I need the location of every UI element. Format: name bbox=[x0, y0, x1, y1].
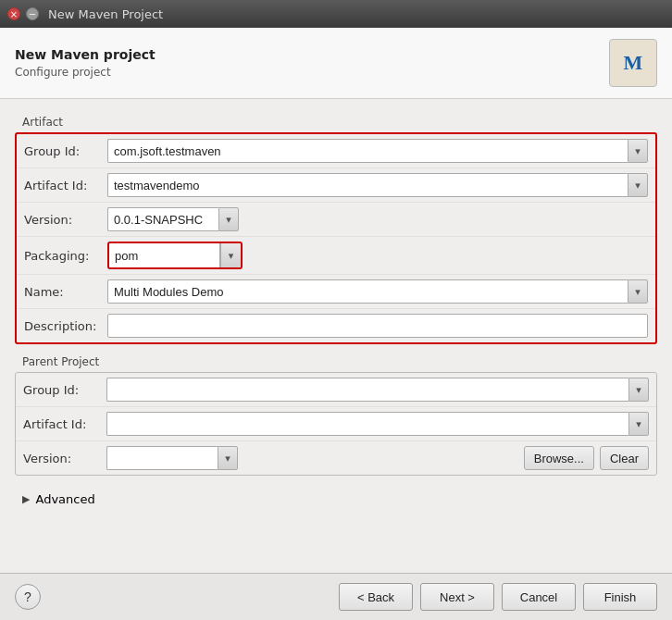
version-row: Version: bbox=[17, 203, 655, 237]
description-label: Description: bbox=[24, 319, 107, 333]
back-button[interactable]: < Back bbox=[339, 583, 413, 611]
version-combo bbox=[107, 207, 239, 231]
dialog-content: Artifact Group Id: Artifact Id: bbox=[0, 99, 672, 573]
page-title: New Maven project bbox=[15, 47, 156, 62]
page-subtitle: Configure project bbox=[15, 66, 156, 79]
artifact-id-dropdown-button[interactable] bbox=[628, 173, 648, 197]
artifact-id-combo bbox=[107, 173, 648, 197]
group-id-input[interactable] bbox=[107, 139, 628, 163]
version-dropdown-button[interactable] bbox=[218, 207, 239, 231]
window-title: New Maven Project bbox=[48, 7, 163, 21]
packaging-input[interactable] bbox=[109, 243, 220, 267]
parent-version-row: Version: Browse... Clear bbox=[16, 441, 656, 475]
parent-section: Group Id: Artifact Id: Version: bbox=[15, 372, 657, 476]
footer-right: < Back Next > Cancel Finish bbox=[339, 583, 657, 611]
packaging-row: Packaging: bbox=[17, 237, 655, 275]
dialog-footer: ? < Back Next > Cancel Finish bbox=[0, 573, 672, 620]
help-button[interactable]: ? bbox=[15, 584, 41, 610]
group-id-dropdown-button[interactable] bbox=[628, 139, 648, 163]
description-input[interactable] bbox=[107, 314, 648, 338]
description-row: Description: bbox=[17, 309, 655, 342]
parent-artifact-id-combo bbox=[106, 412, 649, 436]
next-button[interactable]: Next > bbox=[420, 583, 494, 611]
group-id-combo bbox=[107, 139, 648, 163]
name-dropdown-button[interactable] bbox=[628, 279, 648, 304]
clear-button[interactable]: Clear bbox=[600, 446, 649, 470]
footer-left: ? bbox=[15, 584, 41, 610]
titlebar: × − New Maven Project bbox=[0, 0, 672, 28]
header-text: New Maven project Configure project bbox=[15, 47, 156, 79]
parent-version-dropdown-button[interactable] bbox=[218, 446, 238, 470]
parent-group-id-row: Group Id: bbox=[16, 373, 656, 407]
close-button[interactable]: × bbox=[7, 7, 20, 20]
packaging-label: Packaging: bbox=[24, 249, 107, 263]
minimize-icon: − bbox=[29, 9, 36, 19]
minimize-button[interactable]: − bbox=[26, 7, 39, 20]
packaging-combo bbox=[107, 242, 243, 269]
parent-version-label: Version: bbox=[23, 452, 106, 465]
parent-group-id-combo bbox=[106, 378, 649, 402]
browse-button[interactable]: Browse... bbox=[524, 446, 594, 470]
group-id-row: Group Id: bbox=[17, 134, 655, 168]
maven-icon: M bbox=[609, 39, 657, 87]
close-icon: × bbox=[10, 9, 18, 19]
artifact-section: Group Id: Artifact Id: Version: bbox=[15, 132, 657, 344]
version-input[interactable] bbox=[107, 207, 218, 231]
artifact-id-row: Artifact Id: bbox=[17, 168, 655, 203]
dialog: New Maven project Configure project M Ar… bbox=[0, 28, 672, 620]
dialog-header: New Maven project Configure project M bbox=[0, 28, 672, 99]
parent-group-id-input[interactable] bbox=[106, 378, 628, 402]
name-row: Name: bbox=[17, 275, 655, 309]
name-label: Name: bbox=[24, 285, 107, 299]
parent-artifact-id-label: Artifact Id: bbox=[23, 417, 106, 431]
name-combo bbox=[107, 279, 648, 304]
parent-version-input[interactable] bbox=[106, 446, 218, 470]
advanced-label: Advanced bbox=[35, 492, 94, 506]
parent-group-id-label: Group Id: bbox=[23, 383, 106, 397]
advanced-arrow-icon: ▶ bbox=[22, 493, 30, 505]
cancel-button[interactable]: Cancel bbox=[502, 583, 576, 611]
group-id-label: Group Id: bbox=[24, 144, 107, 158]
advanced-row[interactable]: ▶ Advanced bbox=[15, 487, 657, 512]
name-input[interactable] bbox=[107, 279, 628, 304]
parent-version-combo bbox=[106, 446, 238, 470]
parent-artifact-id-row: Artifact Id: bbox=[16, 407, 656, 441]
packaging-dropdown-button[interactable] bbox=[220, 243, 241, 267]
artifact-id-label: Artifact Id: bbox=[24, 179, 107, 192]
parent-artifact-id-input[interactable] bbox=[106, 412, 628, 436]
finish-button[interactable]: Finish bbox=[583, 583, 657, 611]
parent-artifact-id-dropdown-button[interactable] bbox=[628, 412, 649, 436]
parent-section-label: Parent Project bbox=[22, 355, 657, 368]
version-label: Version: bbox=[24, 213, 107, 227]
artifact-section-label: Artifact bbox=[22, 116, 657, 129]
parent-group-id-dropdown-button[interactable] bbox=[628, 378, 649, 402]
artifact-id-input[interactable] bbox=[107, 173, 628, 197]
